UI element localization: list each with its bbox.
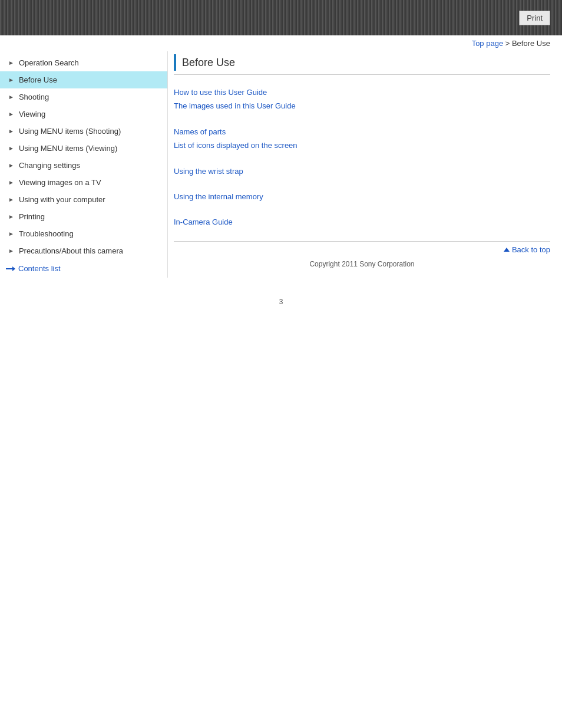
content-link[interactable]: Using the internal memory — [174, 190, 550, 203]
sidebar-footer: Contents list — [0, 259, 167, 278]
copyright: Copyright 2011 Sony Corporation — [174, 260, 550, 268]
content-link[interactable]: Using the wrist strap — [174, 164, 550, 178]
content-area: Before Use How to use this User GuideThe… — [168, 51, 562, 280]
back-to-top-row: Back to top — [174, 241, 550, 254]
page-number: 3 — [0, 298, 562, 306]
sidebar-arrow-icon: ► — [8, 196, 14, 203]
sidebar-arrow-icon: ► — [8, 179, 14, 186]
triangle-up-icon — [504, 248, 510, 252]
back-to-top-link[interactable]: Back to top — [504, 245, 550, 254]
sidebar-item-using-computer[interactable]: ► Using with your computer — [0, 191, 167, 208]
sidebar-item-label: Using MENU items (Shooting) — [19, 127, 121, 136]
sidebar-item-using-menu-shooting[interactable]: ► Using MENU items (Shooting) — [0, 123, 167, 140]
breadcrumb: Top page > Before Use — [0, 35, 562, 51]
sidebar-arrow-icon: ► — [8, 77, 14, 83]
sidebar-item-changing-settings[interactable]: ► Changing settings — [0, 157, 167, 174]
print-button[interactable]: Print — [519, 11, 550, 25]
sidebar-arrow-icon: ► — [8, 128, 14, 134]
sidebar-arrow-icon: ► — [8, 145, 14, 151]
blue-bar-decoration — [174, 54, 176, 71]
main-layout: ► Operation Search ► Before Use ► Shooti… — [0, 51, 562, 280]
content-section-2: Using the wrist strap — [174, 164, 550, 178]
sidebar-item-label: Viewing — [19, 110, 45, 118]
sidebar-item-before-use[interactable]: ► Before Use — [0, 71, 167, 88]
content-link[interactable]: List of icons displayed on the screen — [174, 139, 550, 152]
content-link[interactable]: In-Camera Guide — [174, 215, 550, 229]
sidebar-arrow-icon: ► — [8, 213, 14, 220]
contents-list-label: Contents list — [18, 264, 61, 273]
breadcrumb-current: Before Use — [512, 39, 550, 48]
page-title-container: Before Use — [174, 54, 550, 75]
content-section-3: Using the internal memory — [174, 190, 550, 203]
arrow-right-icon — [6, 266, 15, 272]
sidebar-arrow-icon: ► — [8, 111, 14, 117]
sidebar-item-label: Troubleshooting — [19, 229, 74, 238]
sidebar-item-label: Printing — [19, 212, 45, 221]
sidebar-item-label: Precautions/About this camera — [19, 246, 123, 255]
sidebar-arrow-icon: ► — [8, 230, 14, 237]
sidebar-item-viewing-tv[interactable]: ► Viewing images on a TV — [0, 174, 167, 191]
content-section-4: In-Camera Guide — [174, 215, 550, 229]
sidebar-arrow-icon: ► — [8, 60, 14, 66]
page-title: Before Use — [182, 57, 235, 69]
breadcrumb-separator: > — [503, 39, 512, 48]
sidebar-item-precautions[interactable]: ► Precautions/About this camera — [0, 242, 167, 259]
sidebar-item-operation-search[interactable]: ► Operation Search — [0, 54, 167, 71]
sidebar-item-label: Viewing images on a TV — [19, 178, 101, 187]
sidebar-item-viewing[interactable]: ► Viewing — [0, 106, 167, 123]
sidebar-arrow-icon: ► — [8, 248, 14, 254]
content-link[interactable]: The images used in this User Guide — [174, 99, 550, 113]
sidebar-item-label: Changing settings — [19, 161, 80, 170]
breadcrumb-top-link[interactable]: Top page — [472, 39, 504, 48]
sidebar-item-printing[interactable]: ► Printing — [0, 208, 167, 225]
content-section-0: How to use this User GuideThe images use… — [174, 85, 550, 113]
sidebar-arrow-icon: ► — [8, 162, 14, 169]
sidebar-item-label: Operation Search — [19, 58, 79, 67]
sidebar-item-troubleshooting[interactable]: ► Troubleshooting — [0, 225, 167, 242]
contents-list-link[interactable]: Contents list — [6, 264, 61, 273]
content-link[interactable]: How to use this User Guide — [174, 85, 550, 99]
sidebar-arrow-icon: ► — [8, 94, 14, 100]
sidebar-item-label: Shooting — [19, 93, 49, 101]
sidebar-item-label: Using with your computer — [19, 195, 105, 204]
header-bar: Print — [0, 0, 562, 35]
back-to-top-label: Back to top — [512, 245, 550, 254]
sidebar-item-shooting[interactable]: ► Shooting — [0, 88, 167, 106]
sidebar-item-label: Using MENU items (Viewing) — [19, 144, 117, 153]
sidebar-item-using-menu-viewing[interactable]: ► Using MENU items (Viewing) — [0, 140, 167, 157]
content-section-1: Names of partsList of icons displayed on… — [174, 125, 550, 153]
sidebar: ► Operation Search ► Before Use ► Shooti… — [0, 51, 168, 278]
sidebar-item-label: Before Use — [19, 75, 57, 84]
content-link[interactable]: Names of parts — [174, 125, 550, 139]
